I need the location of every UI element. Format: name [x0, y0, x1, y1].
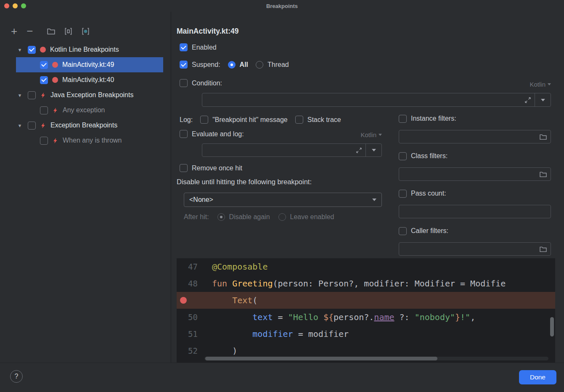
tree-item-label: Java Exception Breakpoints [50, 91, 133, 99]
tree-checkbox[interactable] [40, 61, 48, 69]
evaluate-field [202, 143, 382, 157]
add-breakpoint-button[interactable]: + [11, 27, 17, 35]
remove-breakpoint-button[interactable]: − [26, 27, 33, 35]
evaluate-input[interactable] [202, 144, 352, 156]
browse-folder-icon[interactable] [536, 134, 551, 140]
exception-bolt-icon [52, 138, 58, 144]
tree-row[interactable]: When any is thrown [16, 133, 163, 148]
filter-input[interactable] [399, 168, 536, 180]
group-by-package-button[interactable] [82, 27, 90, 35]
code-text: Text( [204, 295, 257, 305]
tree-row[interactable]: MainActivity.kt:49 [16, 57, 163, 72]
filter-label-row: Instance filters: [399, 113, 551, 124]
expander-chevron-icon[interactable]: ▾ [16, 47, 24, 53]
code-line: 47@Composable [177, 258, 555, 275]
folder-glyph [540, 246, 547, 252]
suspend-row: Suspend: All Thread [180, 61, 289, 69]
disable-again-radio[interactable] [217, 213, 225, 221]
group-by-class-button[interactable] [64, 27, 72, 35]
expand-editor-icon[interactable] [352, 148, 365, 153]
condition-input[interactable] [202, 93, 521, 106]
evaluate-language-selector[interactable]: Kotlin [360, 131, 382, 138]
enabled-label: Enabled [192, 44, 217, 51]
breakpoint-dot-icon[interactable] [180, 297, 187, 304]
vertical-scrollbar[interactable] [550, 317, 554, 336]
traffic-lights [4, 3, 26, 8]
tree-checkbox[interactable] [28, 91, 36, 99]
filter-input[interactable] [399, 243, 536, 255]
class-in-brackets-icon [82, 27, 90, 35]
remove-once-label: Remove once hit [192, 164, 242, 172]
minimize-button[interactable] [13, 3, 18, 8]
suspend-all-radio[interactable] [228, 61, 236, 69]
evaluate-checkbox[interactable] [180, 130, 188, 138]
leave-enabled-label: Leave enabled [290, 213, 334, 221]
expand-editor-icon[interactable] [521, 97, 535, 103]
bolt-glyph [52, 138, 58, 144]
line-number: 50 [177, 313, 204, 322]
suspend-checkbox[interactable] [180, 61, 188, 69]
enabled-checkbox[interactable] [180, 43, 188, 51]
filter-checkbox[interactable] [399, 227, 407, 235]
tree-row[interactable]: ▾Exception Breakpoints [16, 118, 163, 133]
suspend-thread-label: Thread [267, 61, 289, 69]
condition-history-dropdown[interactable] [535, 93, 551, 106]
tree-row[interactable]: ▾Java Exception Breakpoints [16, 87, 163, 103]
chevron-down-icon [541, 99, 545, 101]
filter-field [399, 167, 551, 181]
tree-checkbox[interactable] [28, 122, 36, 130]
condition-language-selector[interactable]: Kotlin [530, 81, 551, 88]
tree-row[interactable]: Any exception [16, 103, 163, 118]
breakpoint-dot-icon [40, 47, 46, 53]
browse-folder-icon[interactable] [536, 171, 551, 177]
disable-again-label: Disable again [229, 213, 270, 221]
tree-checkbox[interactable] [40, 76, 48, 84]
filter-checkbox[interactable] [399, 152, 407, 160]
remove-once-checkbox[interactable] [180, 164, 188, 172]
group-by-file-button[interactable] [47, 28, 55, 35]
condition-checkbox[interactable] [180, 79, 188, 87]
tree-checkbox[interactable] [40, 106, 48, 114]
window-title: Breakpoints [266, 3, 298, 9]
help-button[interactable]: ? [10, 370, 23, 383]
filter-checkbox[interactable] [399, 190, 407, 198]
leave-enabled-radio[interactable] [278, 213, 286, 221]
disable-until-combobox[interactable]: <None> [184, 193, 382, 207]
horizontal-scrollbar[interactable] [205, 357, 437, 360]
folder-icon [47, 28, 55, 35]
line-number: 52 [177, 346, 204, 355]
disable-until-label: Disable until hitting the following brea… [177, 178, 312, 186]
tree-checkbox[interactable] [40, 137, 48, 145]
tree-item-label: Any exception [63, 106, 105, 114]
expander-chevron-icon[interactable]: ▾ [16, 122, 24, 129]
bolt-glyph [52, 107, 58, 114]
done-button[interactable]: Done [519, 370, 556, 384]
filter-group: Instance filters: [399, 113, 551, 143]
close-button[interactable] [4, 3, 9, 8]
chevron-down-icon [372, 199, 376, 201]
remove-once-row: Remove once hit [180, 164, 242, 172]
tree-checkbox[interactable] [28, 46, 36, 54]
tree-row[interactable]: MainActivity.kt:40 [16, 72, 163, 87]
stack-trace-checkbox[interactable] [295, 116, 303, 124]
tree-item-label: When any is thrown [63, 137, 122, 144]
log-row: Log: "Breakpoint hit" message Stack trac… [180, 116, 341, 124]
expander-chevron-icon[interactable]: ▾ [16, 92, 24, 98]
evaluate-history-dropdown[interactable] [365, 144, 381, 156]
suspend-thread-radio[interactable] [256, 61, 263, 69]
breakpoint-dot-icon [52, 62, 58, 68]
filter-input[interactable] [399, 205, 551, 218]
zoom-button[interactable] [21, 3, 26, 8]
code-line: Text( [177, 292, 555, 309]
detail-title: MainActivity.kt:49 [177, 27, 239, 36]
condition-label: Condition: [192, 79, 222, 87]
browse-folder-icon[interactable] [536, 246, 551, 252]
line-number: 47 [177, 262, 204, 271]
tree-row[interactable]: ▾Kotlin Line Breakpoints [16, 42, 163, 57]
filter-input[interactable] [399, 130, 536, 143]
code-line: 51 modifier = modifier [177, 326, 555, 342]
filter-group: Class filters: [399, 151, 551, 181]
breakpoints-tree: ▾Kotlin Line BreakpointsMainActivity.kt:… [0, 42, 171, 148]
log-message-checkbox[interactable] [200, 116, 208, 124]
filter-checkbox[interactable] [399, 115, 407, 123]
